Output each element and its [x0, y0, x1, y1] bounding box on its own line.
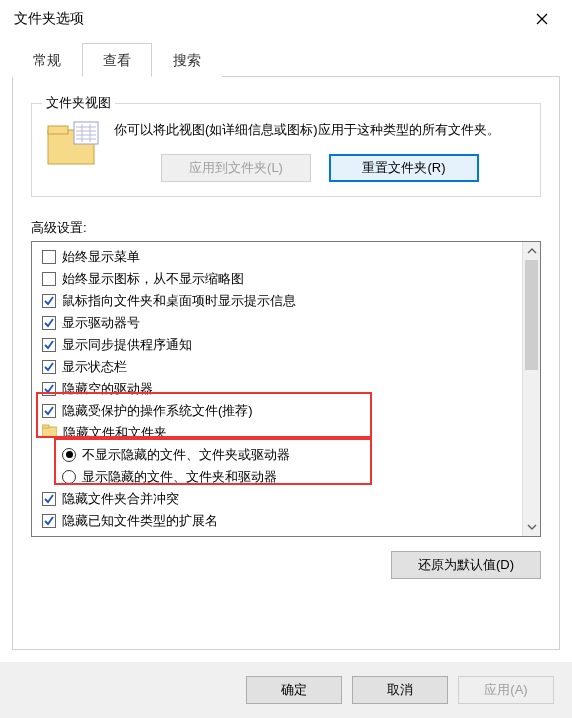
scroll-up-button[interactable]	[523, 242, 540, 260]
svg-rect-4	[74, 122, 98, 144]
tree-item-label: 显示状态栏	[62, 357, 127, 377]
chevron-up-icon	[527, 248, 537, 254]
checkbox-icon	[42, 316, 56, 330]
tree-item[interactable]: 用彩色显示加密或压缩的 NTFS 文件	[34, 532, 520, 536]
scroll-down-button[interactable]	[523, 518, 540, 536]
chevron-down-icon	[527, 524, 537, 530]
scroll-thumb[interactable]	[525, 260, 538, 370]
close-button[interactable]	[522, 5, 562, 33]
client-area: 常规 查看 搜索 文件夹视图 你可以将此视图(如详细信息或图	[0, 36, 572, 662]
svg-rect-12	[42, 425, 49, 428]
tree-item[interactable]: 不显示隐藏的文件、文件夹或驱动器	[34, 444, 520, 466]
svg-rect-11	[42, 427, 57, 437]
group-label: 文件夹视图	[42, 94, 115, 112]
tree-item-label: 显示隐藏的文件、文件夹和驱动器	[82, 467, 277, 487]
tree-item[interactable]: 隐藏受保护的操作系统文件(推荐)	[34, 400, 520, 422]
dialog-footer: 确定 取消 应用(A)	[0, 662, 572, 718]
tree-item-label: 显示驱动器号	[62, 313, 140, 333]
tree-item[interactable]: 隐藏文件和文件夹	[34, 422, 520, 444]
folder-views-icon	[46, 120, 100, 168]
advanced-settings-tree: 始终显示菜单始终显示图标，从不显示缩略图鼠标指向文件夹和桌面项时显示提示信息显示…	[31, 241, 541, 537]
folder-views-group: 文件夹视图 你可以将此视图(如详细信息或图标)应用于这种类型的所有文件夹。	[31, 103, 541, 197]
apply-button: 应用(A)	[458, 676, 554, 704]
checkbox-icon	[42, 294, 56, 308]
checkbox-icon	[42, 272, 56, 286]
advanced-settings-label: 高级设置:	[31, 219, 541, 237]
tree-item-label: 隐藏文件和文件夹	[63, 423, 167, 443]
tree-item[interactable]: 显示同步提供程序通知	[34, 334, 520, 356]
checkbox-icon	[42, 514, 56, 528]
tree-item[interactable]: 显示隐藏的文件、文件夹和驱动器	[34, 466, 520, 488]
scroll-track[interactable]	[523, 260, 540, 518]
tree-item[interactable]: 隐藏已知文件类型的扩展名	[34, 510, 520, 532]
svg-rect-3	[48, 126, 68, 134]
apply-to-folders-button: 应用到文件夹(L)	[161, 154, 311, 182]
tree-item-label: 始终显示菜单	[62, 247, 140, 267]
ok-button[interactable]: 确定	[246, 676, 342, 704]
checkbox-icon	[42, 360, 56, 374]
checkbox-icon	[42, 382, 56, 396]
tree-item-label: 隐藏已知文件类型的扩展名	[62, 511, 218, 531]
tree-item[interactable]: 隐藏文件夹合并冲突	[34, 488, 520, 510]
tree-item[interactable]: 始终显示图标，从不显示缩略图	[34, 268, 520, 290]
tree-item-label: 隐藏受保护的操作系统文件(推荐)	[62, 401, 253, 421]
tree-item-label: 始终显示图标，从不显示缩略图	[62, 269, 244, 289]
tab-view[interactable]: 查看	[82, 43, 152, 77]
tree-viewport: 始终显示菜单始终显示图标，从不显示缩略图鼠标指向文件夹和桌面项时显示提示信息显示…	[32, 242, 522, 536]
tree-item-label: 隐藏文件夹合并冲突	[62, 489, 179, 509]
reset-folders-button[interactable]: 重置文件夹(R)	[329, 154, 479, 182]
checkbox-icon	[42, 250, 56, 264]
window-title: 文件夹选项	[14, 10, 84, 28]
tree-item-label: 显示同步提供程序通知	[62, 335, 192, 355]
checkbox-icon	[42, 492, 56, 506]
restore-defaults-button[interactable]: 还原为默认值(D)	[391, 551, 541, 579]
tab-page-view: 文件夹视图 你可以将此视图(如详细信息或图标)应用于这种类型的所有文件夹。	[12, 77, 560, 650]
tree-item[interactable]: 隐藏空的驱动器	[34, 378, 520, 400]
folder-icon	[42, 423, 57, 443]
tree-item[interactable]: 显示驱动器号	[34, 312, 520, 334]
radio-icon	[62, 470, 76, 484]
tab-search[interactable]: 搜索	[152, 43, 222, 77]
radio-icon	[62, 448, 76, 462]
tree-item-label: 用彩色显示加密或压缩的 NTFS 文件	[62, 533, 272, 536]
scrollbar[interactable]	[522, 242, 540, 536]
tree-item-label: 不显示隐藏的文件、文件夹或驱动器	[82, 445, 290, 465]
tree-item-label: 鼠标指向文件夹和桌面项时显示提示信息	[62, 291, 296, 311]
tree-item[interactable]: 始终显示菜单	[34, 246, 520, 268]
tree-item-label: 隐藏空的驱动器	[62, 379, 153, 399]
folder-options-window: 文件夹选项 常规 查看 搜索 文件夹视图	[0, 0, 572, 718]
titlebar: 文件夹选项	[0, 0, 572, 36]
tab-general[interactable]: 常规	[12, 43, 82, 77]
tree-item[interactable]: 显示状态栏	[34, 356, 520, 378]
group-description: 你可以将此视图(如详细信息或图标)应用于这种类型的所有文件夹。	[114, 120, 526, 140]
tab-strip: 常规 查看 搜索	[12, 42, 560, 77]
cancel-button[interactable]: 取消	[352, 676, 448, 704]
checkbox-icon	[42, 404, 56, 418]
close-icon	[536, 13, 548, 25]
checkbox-icon	[42, 338, 56, 352]
tree-item[interactable]: 鼠标指向文件夹和桌面项时显示提示信息	[34, 290, 520, 312]
